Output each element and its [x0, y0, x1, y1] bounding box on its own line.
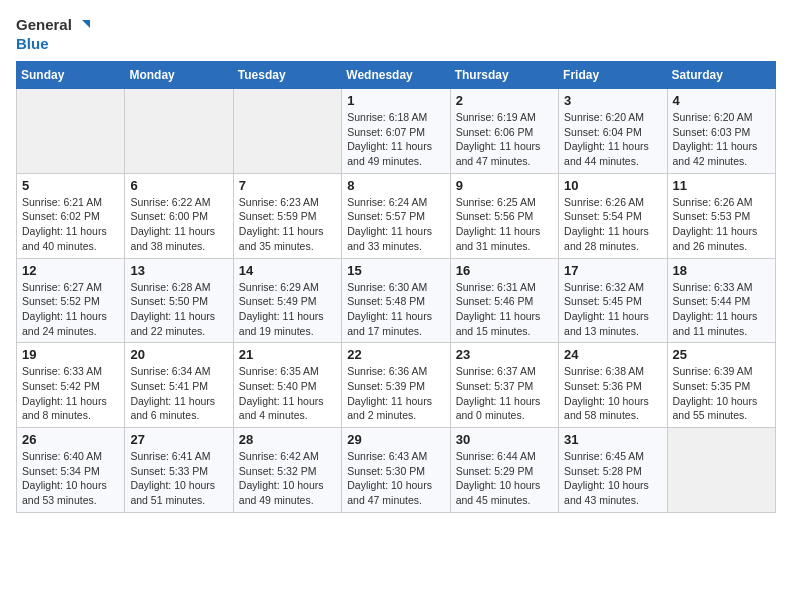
- day-cell: 7Sunrise: 6:23 AMSunset: 5:59 PMDaylight…: [233, 173, 341, 258]
- day-info: Sunrise: 6:45 AMSunset: 5:28 PMDaylight:…: [564, 449, 661, 508]
- day-number: 9: [456, 178, 553, 193]
- day-number: 18: [673, 263, 770, 278]
- day-info: Sunrise: 6:31 AMSunset: 5:46 PMDaylight:…: [456, 280, 553, 339]
- day-info: Sunrise: 6:21 AMSunset: 6:02 PMDaylight:…: [22, 195, 119, 254]
- svg-marker-0: [82, 20, 90, 28]
- day-cell: 9Sunrise: 6:25 AMSunset: 5:56 PMDaylight…: [450, 173, 558, 258]
- day-number: 22: [347, 347, 444, 362]
- day-info: Sunrise: 6:19 AMSunset: 6:06 PMDaylight:…: [456, 110, 553, 169]
- day-cell: 17Sunrise: 6:32 AMSunset: 5:45 PMDayligh…: [559, 258, 667, 343]
- day-info: Sunrise: 6:36 AMSunset: 5:39 PMDaylight:…: [347, 364, 444, 423]
- day-info: Sunrise: 6:37 AMSunset: 5:37 PMDaylight:…: [456, 364, 553, 423]
- day-info: Sunrise: 6:35 AMSunset: 5:40 PMDaylight:…: [239, 364, 336, 423]
- week-row-0: 1Sunrise: 6:18 AMSunset: 6:07 PMDaylight…: [17, 89, 776, 174]
- day-number: 26: [22, 432, 119, 447]
- logo-blue: Blue: [16, 35, 49, 52]
- day-info: Sunrise: 6:25 AMSunset: 5:56 PMDaylight:…: [456, 195, 553, 254]
- day-number: 31: [564, 432, 661, 447]
- day-number: 2: [456, 93, 553, 108]
- day-cell: 2Sunrise: 6:19 AMSunset: 6:06 PMDaylight…: [450, 89, 558, 174]
- calendar-body: 1Sunrise: 6:18 AMSunset: 6:07 PMDaylight…: [17, 89, 776, 513]
- day-cell: 14Sunrise: 6:29 AMSunset: 5:49 PMDayligh…: [233, 258, 341, 343]
- logo-bird-icon: [72, 17, 90, 35]
- logo-text: General Blue: [16, 16, 90, 53]
- day-number: 5: [22, 178, 119, 193]
- day-info: Sunrise: 6:33 AMSunset: 5:44 PMDaylight:…: [673, 280, 770, 339]
- day-number: 20: [130, 347, 227, 362]
- day-number: 16: [456, 263, 553, 278]
- day-info: Sunrise: 6:43 AMSunset: 5:30 PMDaylight:…: [347, 449, 444, 508]
- logo: General Blue: [16, 16, 90, 53]
- column-header-tuesday: Tuesday: [233, 62, 341, 89]
- day-number: 6: [130, 178, 227, 193]
- day-info: Sunrise: 6:29 AMSunset: 5:49 PMDaylight:…: [239, 280, 336, 339]
- day-info: Sunrise: 6:20 AMSunset: 6:03 PMDaylight:…: [673, 110, 770, 169]
- day-info: Sunrise: 6:22 AMSunset: 6:00 PMDaylight:…: [130, 195, 227, 254]
- day-cell: 21Sunrise: 6:35 AMSunset: 5:40 PMDayligh…: [233, 343, 341, 428]
- day-number: 15: [347, 263, 444, 278]
- week-row-2: 12Sunrise: 6:27 AMSunset: 5:52 PMDayligh…: [17, 258, 776, 343]
- day-cell: 11Sunrise: 6:26 AMSunset: 5:53 PMDayligh…: [667, 173, 775, 258]
- page-header: General Blue: [16, 16, 776, 53]
- day-number: 8: [347, 178, 444, 193]
- calendar-header: SundayMondayTuesdayWednesdayThursdayFrid…: [17, 62, 776, 89]
- day-cell: 13Sunrise: 6:28 AMSunset: 5:50 PMDayligh…: [125, 258, 233, 343]
- day-number: 28: [239, 432, 336, 447]
- day-number: 7: [239, 178, 336, 193]
- column-header-friday: Friday: [559, 62, 667, 89]
- day-cell: 4Sunrise: 6:20 AMSunset: 6:03 PMDaylight…: [667, 89, 775, 174]
- day-info: Sunrise: 6:42 AMSunset: 5:32 PMDaylight:…: [239, 449, 336, 508]
- day-cell: 29Sunrise: 6:43 AMSunset: 5:30 PMDayligh…: [342, 428, 450, 513]
- day-number: 27: [130, 432, 227, 447]
- logo-general: General: [16, 16, 72, 33]
- day-cell: 28Sunrise: 6:42 AMSunset: 5:32 PMDayligh…: [233, 428, 341, 513]
- day-number: 17: [564, 263, 661, 278]
- day-number: 25: [673, 347, 770, 362]
- week-row-1: 5Sunrise: 6:21 AMSunset: 6:02 PMDaylight…: [17, 173, 776, 258]
- day-cell: 12Sunrise: 6:27 AMSunset: 5:52 PMDayligh…: [17, 258, 125, 343]
- day-cell: 8Sunrise: 6:24 AMSunset: 5:57 PMDaylight…: [342, 173, 450, 258]
- day-cell: [17, 89, 125, 174]
- day-cell: 26Sunrise: 6:40 AMSunset: 5:34 PMDayligh…: [17, 428, 125, 513]
- day-cell: [233, 89, 341, 174]
- week-row-3: 19Sunrise: 6:33 AMSunset: 5:42 PMDayligh…: [17, 343, 776, 428]
- day-info: Sunrise: 6:44 AMSunset: 5:29 PMDaylight:…: [456, 449, 553, 508]
- day-cell: 5Sunrise: 6:21 AMSunset: 6:02 PMDaylight…: [17, 173, 125, 258]
- column-header-sunday: Sunday: [17, 62, 125, 89]
- day-info: Sunrise: 6:39 AMSunset: 5:35 PMDaylight:…: [673, 364, 770, 423]
- day-info: Sunrise: 6:28 AMSunset: 5:50 PMDaylight:…: [130, 280, 227, 339]
- day-number: 13: [130, 263, 227, 278]
- day-number: 30: [456, 432, 553, 447]
- day-info: Sunrise: 6:30 AMSunset: 5:48 PMDaylight:…: [347, 280, 444, 339]
- day-info: Sunrise: 6:40 AMSunset: 5:34 PMDaylight:…: [22, 449, 119, 508]
- day-cell: 3Sunrise: 6:20 AMSunset: 6:04 PMDaylight…: [559, 89, 667, 174]
- day-number: 29: [347, 432, 444, 447]
- day-info: Sunrise: 6:24 AMSunset: 5:57 PMDaylight:…: [347, 195, 444, 254]
- week-row-4: 26Sunrise: 6:40 AMSunset: 5:34 PMDayligh…: [17, 428, 776, 513]
- day-cell: 23Sunrise: 6:37 AMSunset: 5:37 PMDayligh…: [450, 343, 558, 428]
- day-cell: 24Sunrise: 6:38 AMSunset: 5:36 PMDayligh…: [559, 343, 667, 428]
- column-header-wednesday: Wednesday: [342, 62, 450, 89]
- day-number: 4: [673, 93, 770, 108]
- day-info: Sunrise: 6:34 AMSunset: 5:41 PMDaylight:…: [130, 364, 227, 423]
- day-cell: 31Sunrise: 6:45 AMSunset: 5:28 PMDayligh…: [559, 428, 667, 513]
- day-cell: 18Sunrise: 6:33 AMSunset: 5:44 PMDayligh…: [667, 258, 775, 343]
- day-number: 10: [564, 178, 661, 193]
- day-cell: 30Sunrise: 6:44 AMSunset: 5:29 PMDayligh…: [450, 428, 558, 513]
- day-number: 23: [456, 347, 553, 362]
- column-header-monday: Monday: [125, 62, 233, 89]
- day-number: 3: [564, 93, 661, 108]
- column-header-saturday: Saturday: [667, 62, 775, 89]
- day-number: 12: [22, 263, 119, 278]
- day-cell: 6Sunrise: 6:22 AMSunset: 6:00 PMDaylight…: [125, 173, 233, 258]
- day-cell: 27Sunrise: 6:41 AMSunset: 5:33 PMDayligh…: [125, 428, 233, 513]
- day-cell: 10Sunrise: 6:26 AMSunset: 5:54 PMDayligh…: [559, 173, 667, 258]
- day-cell: 19Sunrise: 6:33 AMSunset: 5:42 PMDayligh…: [17, 343, 125, 428]
- day-info: Sunrise: 6:26 AMSunset: 5:53 PMDaylight:…: [673, 195, 770, 254]
- day-info: Sunrise: 6:27 AMSunset: 5:52 PMDaylight:…: [22, 280, 119, 339]
- day-number: 11: [673, 178, 770, 193]
- calendar-table: SundayMondayTuesdayWednesdayThursdayFrid…: [16, 61, 776, 513]
- day-cell: 22Sunrise: 6:36 AMSunset: 5:39 PMDayligh…: [342, 343, 450, 428]
- day-number: 1: [347, 93, 444, 108]
- day-info: Sunrise: 6:33 AMSunset: 5:42 PMDaylight:…: [22, 364, 119, 423]
